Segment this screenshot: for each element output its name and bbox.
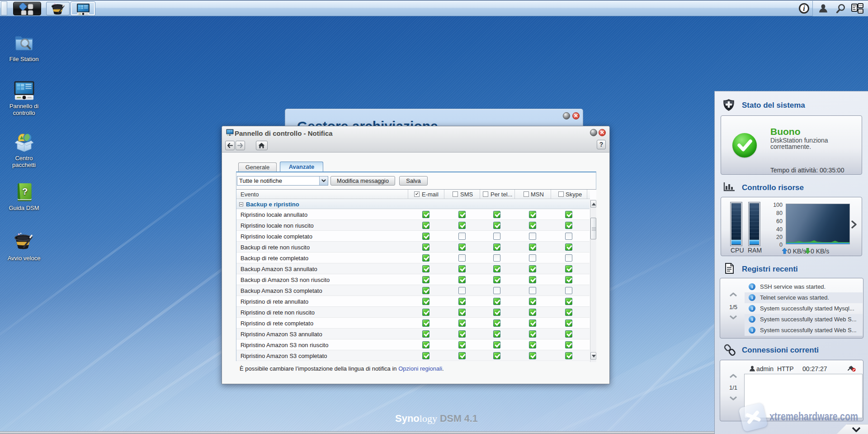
svg-text:?: ? [22, 186, 27, 196]
